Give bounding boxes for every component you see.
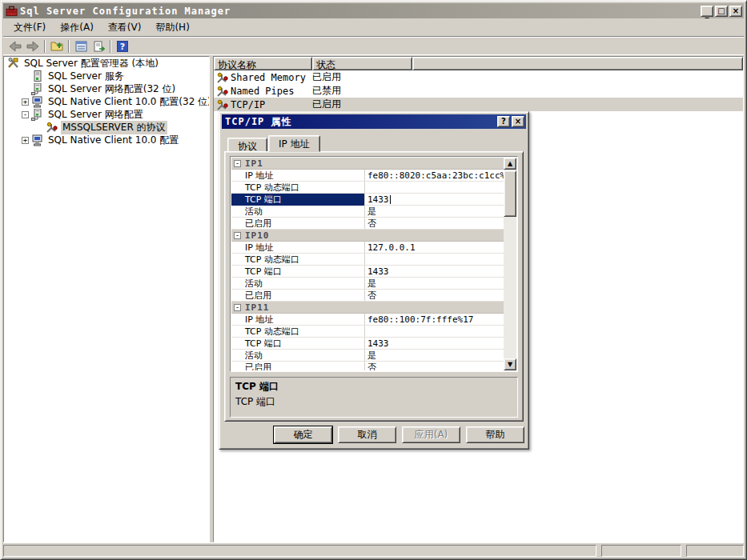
menu-item-2[interactable]: 查看(V): [101, 18, 149, 37]
property-value[interactable]: 否: [364, 218, 504, 229]
tree-item-label[interactable]: SQL Server 服务: [46, 70, 126, 83]
scrollbar-thumb[interactable]: [504, 170, 516, 217]
properties-window-icon[interactable]: [72, 38, 90, 54]
column-header-protocol-name[interactable]: 协议名称: [214, 57, 312, 70]
tree-item-label[interactable]: SQL Server 网络配置(32 位): [46, 82, 177, 96]
property-value[interactable]: [364, 326, 504, 337]
tree-item-6[interactable]: +SQL Native Client 10.0 配置: [4, 134, 209, 146]
dialog-close-button[interactable]: ×: [512, 116, 524, 127]
grid-row-ip10-4[interactable]: 已启用否: [231, 290, 504, 302]
property-value[interactable]: [364, 182, 504, 193]
property-label: 活动: [231, 278, 364, 290]
protocol-status: 已禁用: [312, 84, 412, 98]
tab-1[interactable]: IP 地址: [268, 135, 320, 152]
tree-item-0[interactable]: SQL Server 配置管理器 (本地): [4, 57, 209, 70]
collapse-icon[interactable]: -: [234, 160, 241, 167]
tree-item-3[interactable]: +SQL Native Client 10.0 配置(32 位): [4, 95, 209, 108]
grid-row-ip10-0[interactable]: IP 地址127.0.0.1: [231, 242, 504, 254]
property-value[interactable]: [364, 254, 504, 265]
grid-row-ip1-3[interactable]: 活动是: [231, 206, 504, 218]
property-value[interactable]: fe80::100:7f:fffe%17: [364, 314, 504, 325]
collapse-icon[interactable]: -: [234, 304, 241, 311]
collapse-icon[interactable]: -: [22, 111, 29, 118]
grid-row-ip10-3[interactable]: 活动是: [231, 278, 504, 290]
list-item-named-pipes[interactable]: Named Pipes已禁用: [214, 84, 743, 98]
property-label: 已启用: [231, 218, 364, 230]
client-icon: [31, 96, 44, 108]
property-value[interactable]: 是: [364, 206, 504, 217]
grid-row-ip11-3[interactable]: 活动是: [231, 350, 504, 362]
text-caret: [390, 195, 391, 204]
minimize-button[interactable]: _: [701, 6, 713, 17]
tree-item-4[interactable]: -SQL Server 网络配置: [4, 108, 209, 121]
grid-row-ip1-2[interactable]: TCP 端口1433: [231, 194, 504, 206]
tree-item-label[interactable]: SQL Native Client 10.0 配置(32 位): [46, 95, 210, 109]
up-folder-icon[interactable]: [48, 38, 66, 54]
servernet-icon: [31, 109, 44, 121]
menu-item-0[interactable]: 文件(F): [6, 18, 53, 37]
help-button[interactable]: 帮助: [466, 426, 524, 443]
property-label: TCP 端口: [231, 266, 364, 278]
expand-icon[interactable]: +: [22, 137, 29, 144]
property-value[interactable]: 127.0.0.1: [364, 242, 504, 253]
tree-item-label[interactable]: SQL Native Client 10.0 配置: [46, 134, 180, 147]
tree-item-5[interactable]: MSSQLSERVER 的协议: [4, 121, 209, 134]
list-item-tcp-ip[interactable]: TCP/IP已启用: [214, 98, 743, 111]
property-value[interactable]: fe80::8020:c5aa:23bc:c1cc%10: [364, 170, 504, 181]
cancel-button[interactable]: 取消: [338, 426, 396, 443]
menu-item-3[interactable]: 帮助(H): [148, 18, 196, 37]
toolbar-separator: [44, 40, 46, 53]
grid-row-ip11-1[interactable]: TCP 动态端口: [231, 326, 504, 338]
forward-arrow-icon[interactable]: [24, 38, 42, 54]
grid-row-ip1-4[interactable]: 已启用否: [231, 218, 504, 230]
scrollbar-down-icon[interactable]: ▼: [504, 358, 516, 370]
dialog-title: TCP/IP 属性: [223, 115, 496, 129]
tree-item-label[interactable]: SQL Server 配置管理器 (本地): [22, 57, 160, 70]
property-grid-body: -IP1IP 地址fe80::8020:c5aa:23bc:c1cc%10TCP…: [231, 158, 504, 370]
title-bar[interactable]: Sql Server Configuration Manager _ □ ×: [3, 3, 744, 18]
grid-row-ip11-2[interactable]: TCP 端口1433: [231, 338, 504, 350]
grid-row-ip1-1[interactable]: TCP 动态端口: [231, 182, 504, 194]
back-arrow-icon[interactable]: [6, 38, 24, 54]
property-value[interactable]: 是: [364, 278, 504, 289]
grid-row-ip10-1[interactable]: TCP 动态端口: [231, 254, 504, 266]
help-icon[interactable]: ?: [114, 38, 131, 54]
property-value[interactable]: 1433: [364, 194, 504, 205]
dialog-title-bar[interactable]: TCP/IP 属性 ? ×: [222, 114, 526, 129]
dialog-button-row: 确定取消应用(A)帮助: [219, 426, 528, 443]
scrollbar-up-icon[interactable]: ▲: [504, 158, 516, 170]
protocol-name: TCP/IP: [231, 99, 312, 110]
collapse-icon[interactable]: -: [234, 232, 241, 239]
grid-row-ip10-2[interactable]: TCP 端口1433: [231, 266, 504, 278]
grid-row-ip11-4[interactable]: 已启用否: [231, 362, 504, 370]
property-value[interactable]: 1433: [364, 266, 504, 277]
grid-section-ip1[interactable]: -IP1: [231, 158, 504, 170]
property-value[interactable]: 否: [364, 362, 504, 370]
property-value[interactable]: 是: [364, 350, 504, 361]
tree-item-label[interactable]: SQL Server 网络配置: [46, 108, 145, 122]
close-button[interactable]: ×: [729, 6, 742, 17]
grid-section-ip11[interactable]: -IP11: [231, 302, 504, 314]
protocol-icon: [216, 99, 229, 110]
tree-item-label[interactable]: MSSQLSERVER 的协议: [61, 121, 167, 134]
property-value[interactable]: 1433: [364, 338, 504, 349]
tree-item-1[interactable]: SQL Server 服务: [4, 70, 209, 82]
maximize-button[interactable]: □: [715, 6, 728, 17]
tab-0[interactable]: 协议: [227, 138, 267, 152]
export-list-icon[interactable]: [90, 38, 107, 54]
property-label: TCP 端口: [231, 338, 364, 350]
tree-item-2[interactable]: SQL Server 网络配置(32 位): [4, 82, 209, 95]
ok-button[interactable]: 确定: [274, 426, 332, 443]
property-value[interactable]: 否: [364, 290, 504, 301]
grid-row-ip11-0[interactable]: IP 地址fe80::100:7f:fffe%17: [231, 314, 504, 326]
grid-scrollbar[interactable]: ▲ ▼: [504, 158, 516, 370]
column-header-status[interactable]: 状态: [312, 57, 412, 70]
property-label: 已启用: [231, 290, 364, 302]
dialog-help-button[interactable]: ?: [497, 116, 510, 127]
list-item-shared-memory[interactable]: Shared Memory已启用: [214, 70, 743, 84]
column-header-blank[interactable]: [412, 57, 743, 70]
grid-row-ip1-0[interactable]: IP 地址fe80::8020:c5aa:23bc:c1cc%10: [231, 170, 504, 182]
expand-icon[interactable]: +: [22, 98, 29, 106]
menu-item-1[interactable]: 操作(A): [53, 18, 101, 37]
grid-section-ip10[interactable]: -IP10: [231, 230, 504, 242]
